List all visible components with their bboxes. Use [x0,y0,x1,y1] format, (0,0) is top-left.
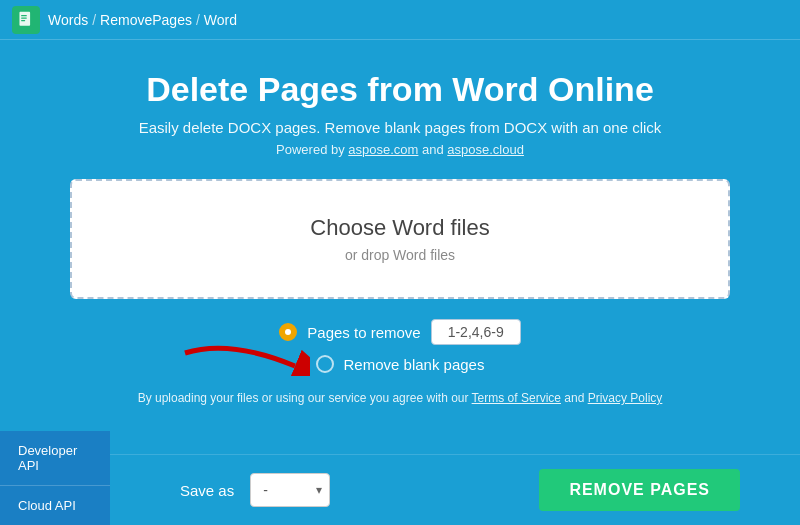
breadcrumb: Words / RemovePages / Word [48,12,237,28]
svg-rect-3 [21,20,25,21]
svg-rect-0 [19,11,30,25]
privacy-link[interactable]: Privacy Policy [588,391,663,405]
upload-box[interactable]: Choose Word files or drop Word files [70,179,730,299]
remove-blank-row: Remove blank pages [316,355,485,373]
aspose-cloud-link[interactable]: aspose.cloud [447,142,524,157]
save-as-wrapper: - DOCX PDF [250,473,330,507]
upload-box-title: Choose Word files [112,215,688,241]
remove-pages-button[interactable]: REMOVE PAGES [539,469,740,511]
page-title: Delete Pages from Word Online [60,70,740,109]
breadcrumb-words[interactable]: Words [48,12,88,28]
pages-input[interactable] [431,319,521,345]
tos-link[interactable]: Terms of Service [472,391,561,405]
svg-rect-2 [21,17,27,18]
aspose-com-link[interactable]: aspose.com [348,142,418,157]
remove-blank-label: Remove blank pages [344,356,485,373]
upload-box-sub: or drop Word files [112,247,688,263]
breadcrumb-word[interactable]: Word [204,12,237,28]
save-as-label: Save as [180,482,234,499]
options-section: Pages to remove Remove blank pages [60,319,740,373]
pages-to-remove-row: Pages to remove [279,319,520,345]
blank-pages-radio[interactable] [316,355,334,373]
terms-line: By uploading your files or using our ser… [60,391,740,405]
bottom-bar: Developer API Cloud API Save as - DOCX P… [0,454,800,525]
main-content: Delete Pages from Word Online Easily del… [0,40,800,441]
cloud-api-button[interactable]: Cloud API [0,486,110,525]
breadcrumb-removepages[interactable]: RemovePages [100,12,192,28]
developer-api-button[interactable]: Developer API [0,431,110,486]
subtitle: Easily delete DOCX pages. Remove blank p… [60,119,740,136]
arrow-indicator [180,331,310,380]
top-nav: Words / RemovePages / Word [0,0,800,40]
left-buttons: Developer API Cloud API [0,431,110,525]
save-as-select[interactable]: - DOCX PDF [250,473,330,507]
svg-rect-1 [21,15,27,16]
powered-by: Powered by aspose.com and aspose.cloud [60,142,740,157]
pages-to-remove-label: Pages to remove [307,324,420,341]
nav-logo [12,6,40,34]
